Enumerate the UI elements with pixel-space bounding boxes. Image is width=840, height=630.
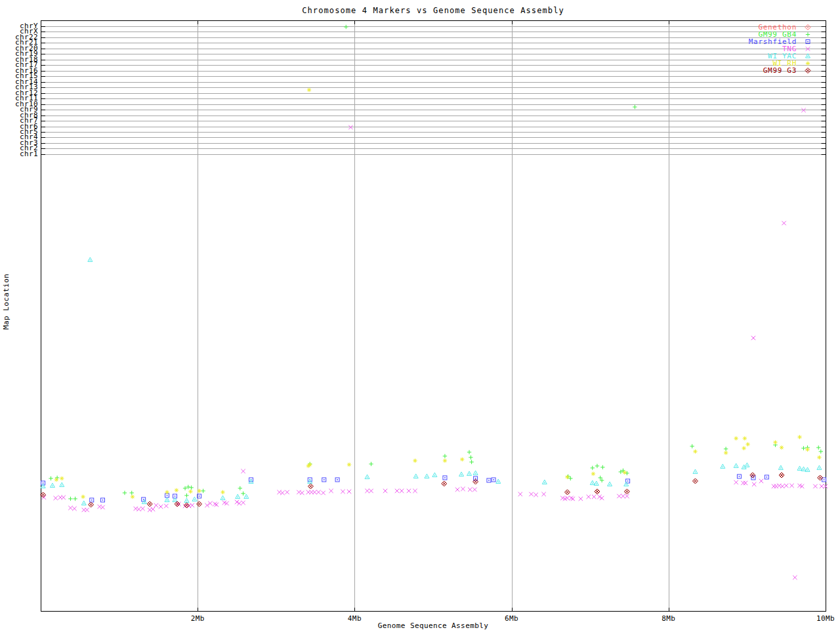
- data-point: [496, 479, 501, 483]
- data-point: [236, 494, 240, 498]
- legend-marker-icon: [803, 38, 813, 45]
- data-point: [432, 472, 437, 476]
- scatter-chart: Chromosome 4 Markers vs Genome Sequence …: [0, 0, 840, 630]
- data-point: [50, 483, 54, 487]
- data-point: [164, 504, 168, 508]
- data-point: [759, 479, 763, 483]
- data-point: [492, 478, 495, 482]
- series-marshfield: [41, 474, 826, 502]
- data-point: [571, 497, 575, 501]
- data-point: [335, 478, 339, 482]
- data-point: [220, 490, 224, 494]
- data-point: [594, 481, 598, 485]
- data-point: [455, 488, 459, 492]
- data-point: [752, 482, 756, 486]
- legend-item-gm99-g3: GM99 G3: [749, 67, 813, 74]
- data-point: [49, 476, 52, 480]
- data-point: [623, 471, 627, 474]
- data-point: [61, 495, 65, 499]
- data-point: [241, 501, 245, 505]
- data-point: [322, 478, 326, 482]
- data-point: [347, 490, 351, 494]
- data-point: [813, 484, 817, 488]
- data-point: [467, 450, 471, 454]
- data-point: [621, 494, 625, 498]
- legend-item-marshfield: Marshfield: [749, 38, 813, 45]
- data-point: [817, 465, 822, 469]
- data-point: [165, 497, 169, 501]
- data-point: [721, 464, 725, 468]
- data-point: [734, 463, 738, 467]
- legend-marker-icon: [803, 31, 813, 38]
- data-point: [817, 455, 821, 459]
- data-point: [692, 478, 698, 484]
- data-point: [154, 503, 158, 507]
- data-point: [773, 440, 777, 444]
- data-point: [734, 480, 738, 484]
- legend-marker-icon: [803, 52, 813, 60]
- data-point: [751, 336, 755, 340]
- data-point: [459, 472, 464, 476]
- data-point: [592, 495, 596, 499]
- data-point: [617, 494, 621, 498]
- data-point: [308, 484, 313, 489]
- data-point: [365, 489, 369, 493]
- data-point: [591, 472, 595, 476]
- data-point: [249, 479, 253, 483]
- data-point: [425, 474, 429, 478]
- data-point: [151, 507, 155, 511]
- data-point: [365, 474, 369, 478]
- data-point: [73, 497, 77, 501]
- data-point: [595, 464, 599, 468]
- data-point: [369, 489, 373, 493]
- data-point: [820, 484, 824, 488]
- legend-marker-icon: [803, 24, 813, 31]
- data-point: [745, 463, 749, 467]
- data-point: [801, 467, 806, 471]
- data-point: [81, 495, 85, 499]
- data-point: [461, 487, 465, 491]
- data-point: [280, 491, 284, 495]
- data-point: [782, 221, 786, 225]
- data-point: [300, 491, 304, 495]
- data-point: [197, 501, 202, 507]
- data-point: [238, 486, 242, 490]
- data-point: [473, 471, 478, 474]
- chromosome-label-chr1: chr1: [4, 151, 38, 158]
- data-point: [793, 576, 797, 579]
- data-point: [724, 451, 728, 455]
- data-point: [469, 460, 473, 464]
- data-point: [744, 481, 747, 485]
- data-point: [192, 497, 197, 501]
- data-point: [60, 482, 64, 486]
- data-point: [184, 498, 189, 502]
- data-point: [215, 503, 219, 507]
- data-point: [312, 490, 316, 494]
- data-point: [789, 484, 793, 488]
- data-point: [797, 435, 801, 439]
- data-point: [197, 489, 201, 493]
- data-point: [579, 497, 583, 501]
- data-point: [165, 490, 169, 494]
- data-point: [797, 466, 802, 470]
- data-point: [369, 462, 373, 466]
- series-gm99-gb4: [49, 25, 823, 501]
- data-point: [625, 494, 629, 498]
- data-point: [784, 484, 788, 488]
- data-point: [68, 497, 72, 501]
- data-point: [68, 506, 72, 510]
- data-point: [518, 492, 522, 496]
- data-point: [587, 495, 591, 499]
- data-point: [591, 466, 595, 470]
- data-point: [780, 484, 784, 488]
- y-axis-label: Map Location: [2, 256, 10, 348]
- data-point: [569, 496, 573, 500]
- data-point: [316, 490, 320, 494]
- data-point: [737, 474, 741, 478]
- data-point: [100, 498, 104, 502]
- data-point: [565, 490, 570, 495]
- data-point: [308, 479, 312, 483]
- data-point: [778, 465, 783, 469]
- plot-area: [0, 0, 840, 630]
- data-point: [693, 450, 697, 453]
